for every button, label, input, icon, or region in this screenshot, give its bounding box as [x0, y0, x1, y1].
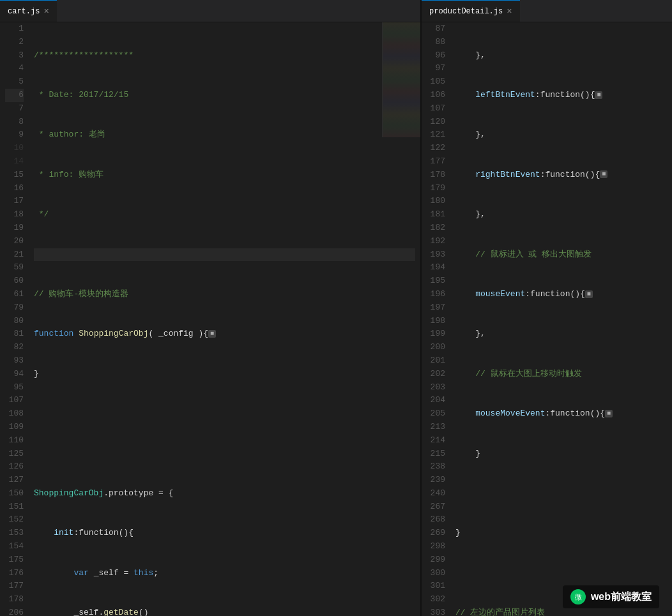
svg-text:微: 微 [574, 594, 581, 601]
right-tab[interactable]: productDetail.js × [422, 0, 520, 22]
collapse-marker[interactable]: ■ [585, 290, 593, 298]
right-line-numbers: 87 88 96 97 105 106 107 120 121 122 177 … [422, 22, 450, 616]
left-code-area: 1 2 3 4 5 6 7 8 9 10 14 15 16 17 18 19 2… [0, 22, 420, 616]
collapse-marker[interactable]: ■ [600, 170, 607, 178]
left-line-numbers: 1 2 3 4 5 6 7 8 9 10 14 15 16 17 18 19 2… [0, 22, 29, 616]
left-editor-panel: cart.js × 1 2 3 4 5 6 7 8 9 10 14 15 16 … [0, 0, 422, 616]
minimap [382, 22, 420, 137]
right-tab-close[interactable]: × [507, 6, 512, 17]
collapse-marker[interactable]: ■ [605, 410, 613, 417]
right-tab-bar: productDetail.js × [422, 0, 672, 22]
watermark-label: web前端教室 [591, 590, 652, 604]
left-tab-label: cart.js [8, 7, 40, 16]
editor-container: cart.js × 1 2 3 4 5 6 7 8 9 10 14 15 16 … [0, 0, 672, 616]
right-tab-label: productDetail.js [429, 7, 503, 16]
left-tab-close[interactable]: × [43, 6, 49, 17]
left-code-lines: /******************* * Date: 2017/12/15 … [29, 22, 420, 616]
left-tab[interactable]: cart.js × [0, 0, 57, 22]
right-code-area: 87 88 96 97 105 106 107 120 121 122 177 … [422, 22, 672, 616]
watermark: 微 web前端教室 [563, 585, 659, 608]
right-editor-panel: productDetail.js × 87 88 96 97 105 106 1… [422, 0, 672, 616]
collapse-marker[interactable]: ■ [208, 330, 216, 338]
right-code-lines: }, leftBtnEvent:function(){■ }, rightBtn… [450, 22, 672, 616]
collapse-marker[interactable]: ■ [595, 91, 602, 99]
watermark-icon: 微 [570, 589, 586, 605]
left-tab-bar: cart.js × [0, 0, 420, 22]
